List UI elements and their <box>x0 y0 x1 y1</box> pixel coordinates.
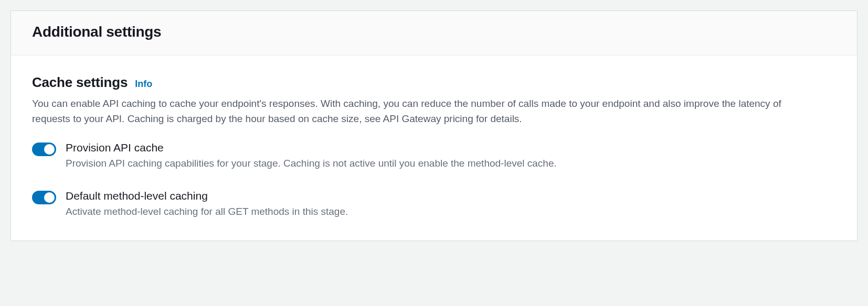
provision-api-cache-label: Provision API cache <box>66 141 836 154</box>
default-method-caching-row: Default method-level caching Activate me… <box>32 190 836 220</box>
provision-api-cache-text: Provision API cache Provision API cachin… <box>66 141 836 171</box>
provision-api-cache-description: Provision API caching capabilities for y… <box>66 156 836 171</box>
cache-settings-title-row: Cache settings Info <box>32 74 836 91</box>
panel-title: Additional settings <box>32 24 836 40</box>
panel-body: Cache settings Info You can enable API c… <box>11 56 857 241</box>
default-method-caching-text: Default method-level caching Activate me… <box>66 190 836 220</box>
cache-settings-description: You can enable API caching to cache your… <box>32 96 809 127</box>
panel-header: Additional settings <box>11 11 857 56</box>
cache-settings-title: Cache settings <box>32 74 128 91</box>
default-method-caching-description: Activate method-level caching for all GE… <box>66 204 836 220</box>
provision-api-cache-row: Provision API cache Provision API cachin… <box>32 141 836 171</box>
provision-api-cache-toggle[interactable] <box>32 143 56 156</box>
toggle-knob-icon <box>44 144 55 155</box>
default-method-caching-toggle[interactable] <box>32 191 56 204</box>
default-method-caching-label: Default method-level caching <box>66 190 836 202</box>
info-link[interactable]: Info <box>135 79 152 90</box>
additional-settings-panel: Additional settings Cache settings Info … <box>10 10 858 241</box>
